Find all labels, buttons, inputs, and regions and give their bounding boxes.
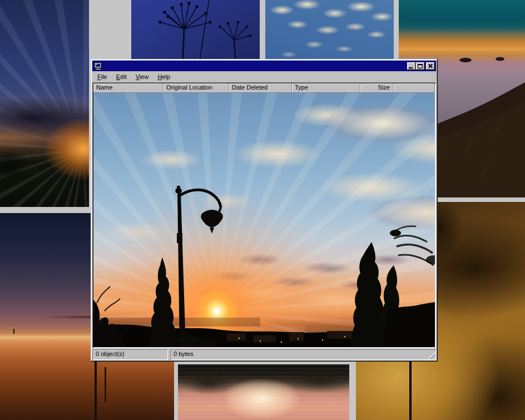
column-header-type[interactable]: Type — [292, 83, 360, 93]
water-pole — [105, 367, 106, 402]
column-header-name[interactable]: Name — [93, 83, 164, 93]
minimize-button[interactable] — [407, 62, 416, 70]
file-list-view: Name Original Location Date Deleted Type… — [92, 82, 436, 348]
close-icon — [428, 63, 433, 68]
recycle-bin-window: File Edit View Help Name Original Locati… — [91, 59, 438, 362]
column-header-size[interactable]: Size — [360, 83, 394, 93]
wallpaper-photo-sunset-rays — [0, 0, 89, 207]
menu-help[interactable]: Help — [153, 72, 175, 81]
wallpaper-photo-pink-reflection — [178, 364, 349, 420]
close-button[interactable] — [426, 62, 435, 70]
maximize-button[interactable] — [416, 62, 425, 70]
water-pole — [13, 329, 14, 334]
titlebar[interactable] — [92, 61, 436, 71]
resize-grip[interactable] — [428, 352, 435, 359]
sunset-silhouettes — [93, 93, 435, 347]
status-total-size: 0 bytes — [170, 349, 436, 360]
column-header-row: Name Original Location Date Deleted Type… — [93, 83, 435, 93]
menu-view[interactable]: View — [131, 72, 153, 81]
minimize-icon — [409, 67, 413, 68]
column-header-original-location[interactable]: Original Location — [164, 83, 229, 93]
status-bar: 0 object(s) 0 bytes — [92, 349, 436, 360]
menu-edit[interactable]: Edit — [112, 72, 131, 81]
computer-icon — [94, 62, 102, 70]
status-object-count: 0 object(s) — [92, 349, 168, 360]
column-header-filler — [394, 83, 435, 93]
menu-file[interactable]: File — [93, 72, 112, 81]
maximize-icon — [418, 64, 423, 68]
column-header-date-deleted[interactable]: Date Deleted — [229, 83, 292, 93]
menu-bar: File Edit View Help — [92, 71, 436, 82]
list-body-sunset-photo[interactable] — [93, 93, 435, 347]
water-pole — [95, 362, 97, 420]
